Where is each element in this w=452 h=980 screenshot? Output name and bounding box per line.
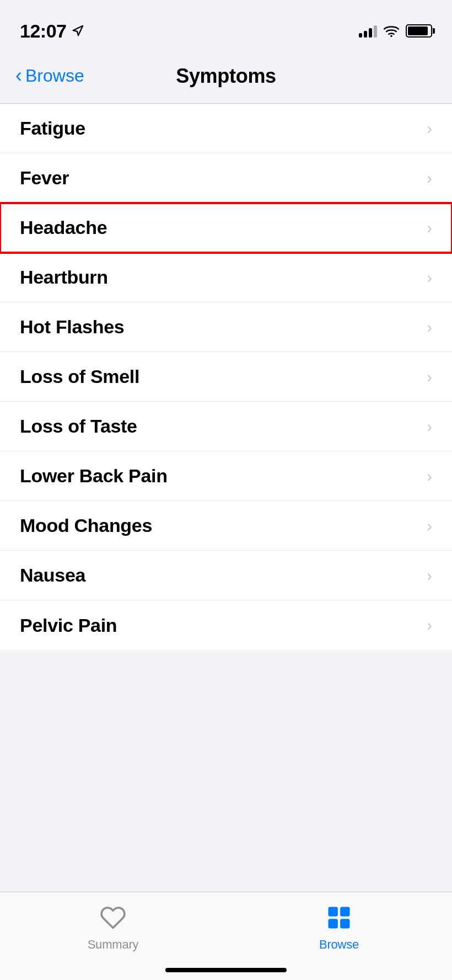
list-item-loss-of-smell[interactable]: Loss of Smell › — [0, 352, 452, 402]
back-label: Browse — [25, 66, 84, 86]
chevron-right-icon: › — [427, 417, 432, 436]
list-item-label: Nausea — [20, 564, 85, 586]
svg-point-1 — [390, 35, 392, 37]
chevron-right-icon: › — [427, 516, 432, 535]
list-item-lower-back-pain[interactable]: Lower Back Pain › — [0, 451, 452, 501]
chevron-right-icon: › — [427, 169, 432, 188]
status-time: 12:07 — [20, 20, 66, 42]
tab-summary[interactable]: Summary — [0, 902, 226, 952]
chevron-right-icon: › — [427, 318, 432, 337]
list-item-label: Heartburn — [20, 267, 108, 288]
list-item-label: Fatigue — [20, 118, 85, 139]
list-item-hot-flashes[interactable]: Hot Flashes › — [0, 302, 452, 352]
chevron-right-icon: › — [427, 368, 432, 386]
chevron-right-icon: › — [427, 219, 432, 237]
symptoms-list: Fatigue › Fever › Headache › Heartburn ›… — [0, 104, 452, 892]
svg-marker-0 — [73, 26, 83, 35]
wifi-icon — [384, 25, 399, 37]
list-item-label: Loss of Smell — [20, 366, 139, 387]
tab-browse-label: Browse — [319, 938, 359, 952]
svg-rect-4 — [329, 919, 338, 928]
list-item-label: Loss of Taste — [20, 416, 137, 437]
chevron-right-icon: › — [427, 119, 432, 138]
svg-rect-2 — [329, 907, 338, 917]
signal-icon — [359, 24, 377, 38]
svg-rect-3 — [340, 907, 349, 917]
list-item-label: Hot Flashes — [20, 316, 124, 338]
chevron-right-icon: › — [427, 467, 432, 486]
list-item-nausea[interactable]: Nausea › — [0, 551, 452, 600]
list-item-label: Headache — [20, 217, 107, 238]
list-item-label: Mood Changes — [20, 515, 152, 536]
tab-browse[interactable]: Browse — [226, 902, 452, 952]
list-content: Fatigue › Fever › Headache › Heartburn ›… — [0, 104, 452, 650]
list-item-label: Pelvic Pain — [20, 615, 117, 636]
back-button[interactable]: ‹ Browse — [15, 66, 84, 86]
status-bar: 12:07 — [0, 0, 452, 49]
list-item-loss-of-taste[interactable]: Loss of Taste › — [0, 402, 452, 451]
battery-icon — [406, 24, 432, 38]
list-item-label: Lower Back Pain — [20, 465, 168, 487]
status-icons — [359, 24, 432, 38]
list-item-fatigue[interactable]: Fatigue › — [0, 104, 452, 153]
tab-bar: Summary Browse — [0, 892, 452, 980]
list-item-headache[interactable]: Headache › — [0, 203, 452, 253]
list-item-fever[interactable]: Fever › — [0, 153, 452, 203]
list-item-pelvic-pain[interactable]: Pelvic Pain › — [0, 600, 452, 650]
heart-icon — [98, 902, 128, 933]
browse-grid-icon — [324, 902, 354, 933]
chevron-right-icon: › — [427, 566, 432, 585]
chevron-right-icon: › — [427, 616, 432, 635]
list-item-mood-changes[interactable]: Mood Changes › — [0, 501, 452, 551]
page-title: Symptoms — [176, 65, 276, 88]
tab-summary-label: Summary — [88, 938, 139, 952]
chevron-right-icon: › — [427, 268, 432, 287]
list-item-heartburn[interactable]: Heartburn › — [0, 253, 452, 302]
nav-header: ‹ Browse Symptoms — [0, 49, 452, 104]
location-icon — [72, 25, 84, 37]
svg-rect-5 — [340, 919, 349, 928]
home-indicator — [165, 968, 287, 972]
back-chevron-icon: ‹ — [15, 66, 22, 86]
list-item-label: Fever — [20, 167, 69, 189]
